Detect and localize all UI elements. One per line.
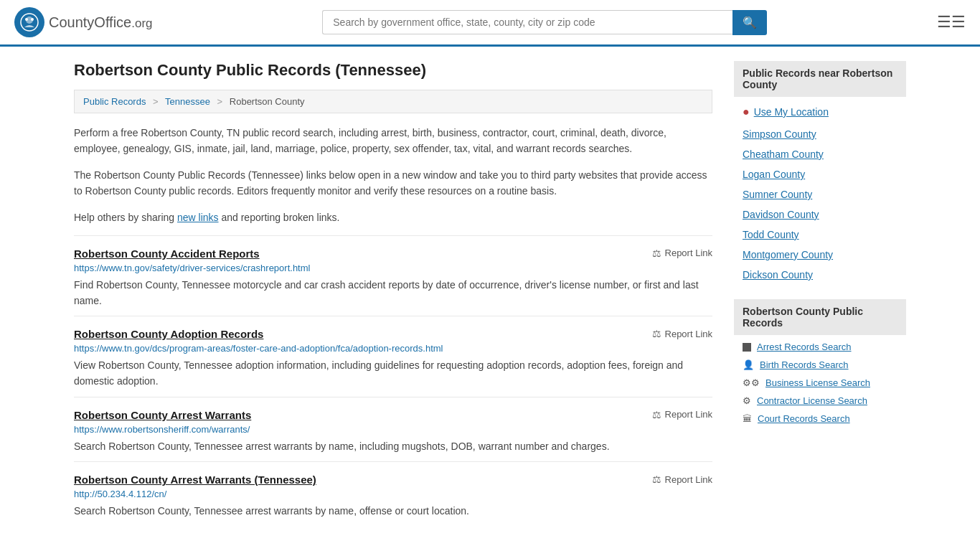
gear-icon: ⚙	[743, 395, 751, 406]
nearby-county-item: Todd County	[734, 225, 906, 245]
public-records-link[interactable]: Birth Records Search	[760, 359, 849, 370]
record-title[interactable]: Robertson County Arrest Warrants	[74, 409, 251, 421]
location-pin-icon: ●	[743, 105, 750, 118]
logo-text: CountyOffice.org	[49, 14, 153, 31]
public-records-section: Robertson County Public Records Arrest R…	[734, 299, 906, 428]
use-my-location-item[interactable]: ● Use My Location	[734, 100, 906, 124]
breadcrumb-public-records[interactable]: Public Records	[83, 96, 146, 107]
nearby-section: Public Records near Robertson County ● U…	[734, 61, 906, 285]
svg-point-3	[31, 18, 34, 21]
record-entry: Robertson County Adoption Records ⚖ Repo…	[74, 316, 712, 396]
logo-main: CountyOffice	[49, 14, 131, 30]
use-my-location-link[interactable]: Use My Location	[754, 106, 829, 118]
record-url[interactable]: https://www.robertsonsheriff.com/warrant…	[74, 424, 712, 435]
report-link-icon: ⚖	[652, 248, 661, 259]
record-url[interactable]: https://www.tn.gov/dcs/program-areas/fos…	[74, 343, 712, 354]
desc-para3-prefix: Help others by sharing	[74, 212, 177, 223]
public-records-item: ⚙⚙ Business License Search	[734, 374, 906, 392]
search-area: 🔍	[322, 10, 767, 35]
nearby-county-link[interactable]: Todd County	[743, 229, 799, 240]
record-header: Robertson County Arrest Warrants ⚖ Repor…	[74, 409, 712, 421]
report-link-btn[interactable]: ⚖ Report Link	[652, 409, 712, 420]
search-button[interactable]: 🔍	[732, 10, 767, 35]
nearby-county-link[interactable]: Dickson County	[743, 269, 813, 281]
nearby-county-item: Sumner County	[734, 184, 906, 204]
nearby-county-item: Montgomery County	[734, 245, 906, 265]
record-entry: Robertson County Arrest Warrants (Tennes…	[74, 461, 712, 527]
logo-area: CountyOffice.org	[14, 7, 153, 37]
nearby-county-item: Davidson County	[734, 204, 906, 225]
nearby-county-item: Dickson County	[734, 265, 906, 285]
record-title[interactable]: Robertson County Accident Reports	[74, 248, 260, 260]
page-title: Robertson County Public Records (Tenness…	[74, 61, 712, 80]
record-header: Robertson County Accident Reports ⚖ Repo…	[74, 248, 712, 260]
nearby-counties-list: Simpson CountyCheatham CountyLogan Count…	[734, 124, 906, 285]
nearby-county-link[interactable]: Sumner County	[743, 189, 812, 200]
public-records-header: Robertson County Public Records	[734, 299, 906, 335]
nearby-county-item: Simpson County	[734, 124, 906, 144]
building-icon: 🏛	[743, 413, 752, 424]
search-icon: 🔍	[743, 17, 757, 29]
record-desc: Find Robertson County, Tennessee motorcy…	[74, 278, 712, 309]
page-header: CountyOffice.org 🔍 ☰☰	[0, 0, 980, 47]
svg-point-2	[25, 18, 28, 21]
public-records-item: 👤 Birth Records Search	[734, 356, 906, 374]
public-records-link[interactable]: Court Records Search	[758, 413, 850, 424]
square-icon	[743, 343, 751, 352]
nearby-county-link[interactable]: Simpson County	[743, 128, 816, 140]
description-para-2: The Robertson County Public Records (Ten…	[74, 167, 712, 199]
record-entry: Robertson County Arrest Warrants ⚖ Repor…	[74, 397, 712, 462]
breadcrumb-current: Robertson County	[230, 96, 305, 107]
nearby-county-item: Logan County	[734, 164, 906, 184]
public-records-link[interactable]: Business License Search	[765, 377, 870, 388]
public-records-item: 🏛 Court Records Search	[734, 410, 906, 428]
public-records-link[interactable]: Arrest Records Search	[757, 342, 852, 352]
sidebar: Public Records near Robertson County ● U…	[734, 61, 906, 527]
report-link-btn[interactable]: ⚖ Report Link	[652, 248, 712, 259]
logo-icon	[14, 7, 44, 37]
breadcrumb-sep-2: >	[217, 96, 223, 107]
record-desc: Search Robertson County, Tennessee arres…	[74, 439, 712, 455]
record-title[interactable]: Robertson County Adoption Records	[74, 328, 263, 340]
nearby-county-link[interactable]: Cheatham County	[743, 149, 824, 160]
breadcrumb: Public Records > Tennessee > Robertson C…	[74, 90, 712, 113]
nearby-header: Public Records near Robertson County	[734, 61, 906, 97]
description-para-1: Perform a free Robertson County, TN publ…	[74, 125, 712, 157]
record-url[interactable]: http://50.234.4.112/cn/	[74, 489, 712, 499]
public-records-item: ⚙ Contractor License Search	[734, 392, 906, 410]
breadcrumb-tennessee[interactable]: Tennessee	[165, 96, 210, 107]
search-input[interactable]	[322, 10, 732, 34]
gear2-icon: ⚙⚙	[743, 377, 760, 388]
nearby-county-item: Cheatham County	[734, 144, 906, 164]
content-area: Robertson County Public Records (Tenness…	[74, 61, 712, 527]
record-entry: Robertson County Accident Reports ⚖ Repo…	[74, 235, 712, 316]
public-records-link[interactable]: Contractor License Search	[757, 395, 867, 406]
report-link-icon: ⚖	[652, 328, 661, 339]
record-desc: View Robertson County, Tennessee adoptio…	[74, 358, 712, 389]
breadcrumb-sep-1: >	[153, 96, 159, 107]
record-header: Robertson County Arrest Warrants (Tennes…	[74, 474, 712, 486]
record-url[interactable]: https://www.tn.gov/safety/driver-service…	[74, 263, 712, 273]
record-desc: Search Robertson County, Tennessee arres…	[74, 504, 712, 519]
report-link-icon: ⚖	[652, 474, 661, 485]
report-link-btn[interactable]: ⚖ Report Link	[652, 328, 712, 339]
desc-para3-suffix: and reporting broken links.	[219, 212, 340, 223]
report-link-icon: ⚖	[652, 409, 661, 420]
nearby-county-link[interactable]: Logan County	[743, 169, 805, 180]
nearby-county-link[interactable]: Davidson County	[743, 209, 819, 220]
person-icon: 👤	[743, 359, 754, 370]
hamburger-menu-icon[interactable]: ☰☰	[937, 13, 966, 32]
main-container: Robertson County Public Records (Tenness…	[60, 47, 920, 541]
description-para-3: Help others by sharing new links and rep…	[74, 209, 712, 225]
nearby-county-link[interactable]: Montgomery County	[743, 249, 833, 260]
report-link-btn[interactable]: ⚖ Report Link	[652, 474, 712, 485]
public-records-list: Arrest Records Search 👤 Birth Records Se…	[734, 338, 906, 428]
new-links-link[interactable]: new links	[177, 212, 219, 223]
public-records-item: Arrest Records Search	[734, 338, 906, 356]
records-list: Robertson County Accident Reports ⚖ Repo…	[74, 235, 712, 527]
logo-suffix: .org	[131, 17, 152, 30]
record-title[interactable]: Robertson County Arrest Warrants (Tennes…	[74, 474, 316, 486]
record-header: Robertson County Adoption Records ⚖ Repo…	[74, 328, 712, 340]
